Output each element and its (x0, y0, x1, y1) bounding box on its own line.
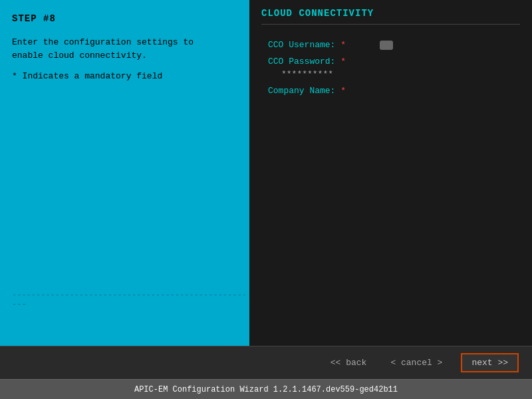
description-line1: Enter the configuration settings to (12, 37, 194, 47)
cancel-button[interactable]: < cancel > (385, 355, 448, 370)
left-panel: STEP #8 Enter the configuration settings… (0, 0, 249, 346)
nav-bar: << back < cancel > next >> (0, 346, 532, 379)
password-value: ********** (281, 69, 333, 79)
form-row-password: CCO Password: * (268, 57, 513, 66)
form-row-username: CCO Username: * (268, 40, 513, 50)
username-label: CCO Username: * (268, 40, 374, 50)
right-divider (261, 24, 520, 25)
company-label: Company Name: * (268, 86, 374, 96)
next-button[interactable]: next >> (461, 353, 519, 372)
status-text: APIC-EM Configuration Wizard 1.2.1.1467.… (134, 385, 398, 394)
username-tooltip (380, 41, 393, 50)
username-required-marker: * (340, 40, 346, 50)
password-label: CCO Password: * (268, 57, 374, 66)
left-divider-dashes: ----------------------------------------… (12, 291, 249, 309)
step-title: STEP #8 (12, 13, 237, 24)
status-bar: APIC-EM Configuration Wizard 1.2.1.1467.… (0, 379, 532, 399)
company-required-marker: * (340, 86, 346, 96)
back-button[interactable]: << back (325, 355, 372, 370)
form-area: CCO Username: * CCO Password: * ********… (261, 37, 520, 106)
right-panel: CLOUD CONNECTIVITY CCO Username: * CCO P… (249, 0, 532, 346)
right-panel-title: CLOUD CONNECTIVITY (261, 8, 520, 19)
form-row-password-value: ********** (275, 69, 513, 79)
form-row-company: Company Name: * (268, 86, 513, 96)
content-area: STEP #8 Enter the configuration settings… (0, 0, 532, 346)
description-line2: enable cloud connectivity. (12, 51, 147, 61)
main-container: STEP #8 Enter the configuration settings… (0, 0, 532, 399)
password-required-marker: * (340, 57, 346, 66)
mandatory-note: * Indicates a mandatory field (12, 70, 237, 83)
left-description: Enter the configuration settings to enab… (12, 36, 237, 62)
